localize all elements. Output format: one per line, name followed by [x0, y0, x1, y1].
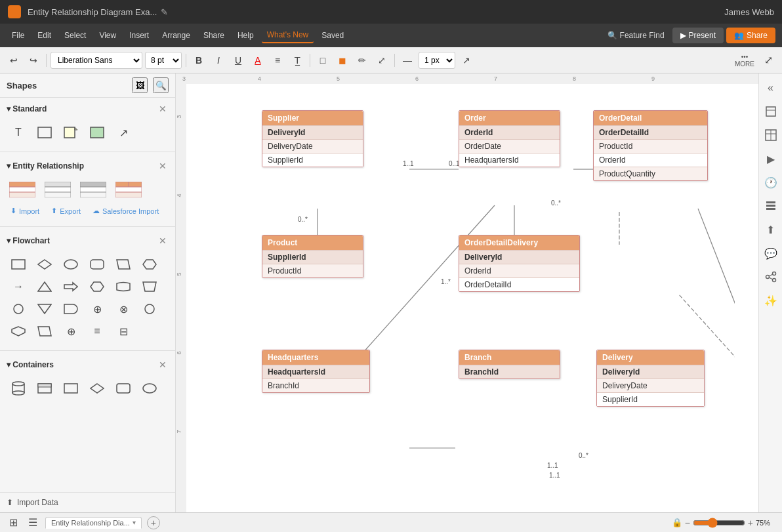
table-supplier[interactable]: Supplier DeliveryId DeliveryDate Supplie…	[262, 110, 363, 167]
er-shape-3[interactable]	[77, 180, 109, 199]
fc-circle3[interactable]	[138, 299, 161, 319]
sidebar-search-btn[interactable]: 🔍	[153, 77, 169, 93]
er-close-btn[interactable]: ✕	[157, 160, 169, 172]
salesforce-btn[interactable]: ☁ Salesforce Import	[89, 205, 163, 217]
more-button[interactable]: ••• MORE	[732, 52, 757, 69]
shape-colored-rect[interactable]	[85, 123, 109, 142]
fc-plus[interactable]: ⊕	[85, 299, 109, 319]
rp-table-icon[interactable]	[762, 126, 780, 144]
table-branch[interactable]: Branch BranchId	[459, 350, 560, 379]
menu-file[interactable]: File	[7, 28, 30, 43]
rp-upload-icon[interactable]: ⬆	[762, 220, 780, 239]
fc-delay[interactable]	[59, 299, 83, 319]
fc-parallelogram2[interactable]	[33, 321, 56, 341]
rp-comment-icon[interactable]: 💬	[762, 244, 780, 262]
fc-diamond[interactable]	[33, 255, 56, 274]
share-button[interactable]: 👥 Share	[726, 28, 775, 43]
menu-edit[interactable]: Edit	[32, 28, 56, 43]
er-shape-1[interactable]	[7, 180, 38, 199]
edit-icon[interactable]: ✎	[161, 7, 168, 17]
export-btn[interactable]: ⬆ Export	[47, 205, 85, 217]
er-shape-2[interactable]	[42, 180, 73, 199]
font-color-button[interactable]: A	[249, 52, 266, 69]
fc-oval[interactable]	[59, 255, 83, 274]
fc-circle2[interactable]	[7, 299, 30, 319]
fc-arrow-right2[interactable]	[59, 277, 83, 297]
connection-style-button[interactable]: ⤢	[373, 52, 390, 69]
cnt-rounded2[interactable]	[112, 379, 135, 398]
zoom-minus-btn[interactable]: −	[685, 518, 690, 528]
fc-list[interactable]: ≡	[85, 321, 109, 341]
fc-arrow-r[interactable]: →	[7, 277, 30, 297]
menu-share[interactable]: Share	[198, 28, 230, 43]
rp-format-icon[interactable]	[762, 102, 780, 121]
italic-button[interactable]: I	[210, 52, 227, 69]
menu-whats-new[interactable]: What's New	[262, 28, 314, 43]
shape-arrow[interactable]: ↗	[112, 123, 135, 142]
menu-help[interactable]: Help	[232, 28, 259, 43]
fc-cross[interactable]: ⊗	[112, 299, 135, 319]
waypoint-button[interactable]: ↗	[458, 52, 475, 69]
table-product[interactable]: Product SupplierId ProductId	[262, 235, 363, 278]
menu-insert[interactable]: Insert	[124, 28, 154, 43]
shape-text[interactable]: T	[7, 123, 30, 142]
rp-clock-icon[interactable]: 🕐	[762, 173, 780, 192]
add-page-btn[interactable]: +	[147, 516, 160, 529]
shape-rect[interactable]	[33, 123, 56, 142]
cnt-rect-h[interactable]	[33, 379, 56, 398]
table-order[interactable]: Order OrderId OrderDate HeadquartersId	[459, 110, 560, 167]
underline-button[interactable]: U	[230, 52, 247, 69]
fc-rounded-rect[interactable]	[85, 255, 109, 274]
table-delivery[interactable]: Delivery DeliveryId DeliveryDate Supplie…	[596, 350, 705, 407]
present-button[interactable]: ▶ Present	[672, 28, 724, 43]
fc-shield[interactable]	[7, 321, 30, 341]
fc-parallelogram[interactable]	[112, 255, 135, 274]
er-shape-4[interactable]	[113, 180, 144, 199]
grid-view-btn[interactable]: ⊞	[7, 515, 20, 530]
line-style-button[interactable]: —	[399, 52, 416, 69]
zoom-plus-btn[interactable]: +	[748, 518, 753, 528]
align-button[interactable]: ≡	[269, 52, 286, 69]
line-width-select[interactable]: 1 px	[419, 52, 455, 69]
menu-arrange[interactable]: Arrange	[157, 28, 196, 43]
fill-color-button[interactable]: □	[314, 52, 331, 69]
menu-view[interactable]: View	[94, 28, 121, 43]
import-data-btn[interactable]: ⬆ Import Data	[7, 498, 169, 507]
line-fill-button[interactable]: ◼	[334, 52, 351, 69]
table-orderdetail[interactable]: OrderDetail OrderDetailId ProductId Orde…	[593, 110, 708, 181]
rp-layers-icon[interactable]	[762, 197, 780, 215]
table-orderdetaildelivery[interactable]: OrderDetailDelivery DeliveryId OrderId O…	[459, 235, 580, 292]
fc-tape[interactable]	[112, 277, 135, 297]
rp-wand-icon[interactable]: ✨	[762, 291, 780, 310]
fc-plus2[interactable]: ⊕	[59, 321, 83, 341]
cnt-oval2[interactable]	[138, 379, 161, 398]
cnt-plain-rect[interactable]	[59, 379, 83, 398]
fc-trapezoid[interactable]	[138, 277, 161, 297]
menu-select[interactable]: Select	[59, 28, 91, 43]
standard-close-btn[interactable]: ✕	[157, 103, 169, 115]
fc-triangle[interactable]	[33, 277, 56, 297]
bold-button[interactable]: B	[190, 52, 207, 69]
font-family-select[interactable]: Liberation Sans	[51, 52, 142, 69]
redo-button[interactable]: ↪	[25, 52, 42, 69]
text-format-button[interactable]: T̲	[289, 52, 306, 69]
fc-hexagon[interactable]	[138, 255, 161, 274]
rp-video-icon[interactable]: ▶	[762, 150, 780, 168]
expand-button[interactable]: ⤢	[760, 52, 777, 69]
flowchart-close-btn[interactable]: ✕	[157, 235, 169, 247]
stroke-color-button[interactable]: ✏	[354, 52, 371, 69]
menu-saved[interactable]: Saved	[316, 28, 349, 43]
cnt-diamond2[interactable]	[85, 379, 109, 398]
table-headquarters[interactable]: Headquarters HeadquartersId BranchId	[262, 350, 370, 393]
shape-note[interactable]	[59, 123, 83, 142]
feature-find-btn[interactable]: 🔍 Feature Find	[607, 31, 665, 40]
fc-rect[interactable]	[7, 255, 30, 274]
fc-inv-triangle[interactable]	[33, 299, 56, 319]
canvas-content[interactable]: 3 4 5 6 7	[176, 84, 735, 512]
zoom-slider[interactable]	[693, 518, 745, 528]
page-tab-1[interactable]: Entity Relationship Dia... ▾	[45, 517, 142, 529]
fc-list2[interactable]: ⊟	[112, 321, 135, 341]
fc-hexagon2[interactable]	[85, 277, 109, 297]
containers-close-btn[interactable]: ✕	[157, 359, 169, 371]
rp-collapse-icon[interactable]: «	[762, 79, 780, 97]
